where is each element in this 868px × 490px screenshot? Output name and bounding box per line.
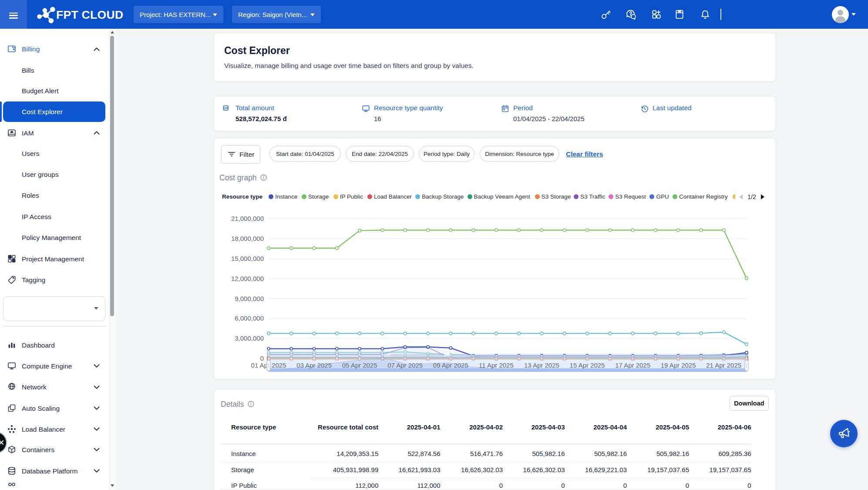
- svg-text:11 Apr 2025: 11 Apr 2025: [479, 362, 514, 369]
- svg-text:05 Apr 2025: 05 Apr 2025: [342, 362, 377, 369]
- svg-text:19 Apr 2025: 19 Apr 2025: [661, 362, 696, 369]
- svg-text:03 Apr 2025: 03 Apr 2025: [296, 362, 332, 369]
- svg-text:15 Apr 2025: 15 Apr 2025: [570, 362, 605, 369]
- svg-text:0: 0: [260, 355, 264, 362]
- svg-text:17 Apr 2025: 17 Apr 2025: [615, 362, 650, 369]
- svg-text:15,000,000: 15,000,000: [231, 255, 264, 262]
- svg-text:21 Apr 2025: 21 Apr 2025: [706, 362, 741, 369]
- svg-text:12,000,000: 12,000,000: [231, 275, 264, 282]
- svg-text:13 Apr 2025: 13 Apr 2025: [524, 362, 559, 369]
- svg-text:07 Apr 2025: 07 Apr 2025: [387, 362, 423, 369]
- svg-text:9,000,000: 9,000,000: [235, 295, 264, 302]
- svg-text:6,000,000: 6,000,000: [235, 314, 264, 322]
- svg-text:18,000,000: 18,000,000: [231, 235, 264, 242]
- svg-text:09 Apr 2025: 09 Apr 2025: [433, 362, 468, 369]
- svg-text:3,000,000: 3,000,000: [235, 335, 264, 342]
- svg-text:21,000,000: 21,000,000: [231, 215, 264, 222]
